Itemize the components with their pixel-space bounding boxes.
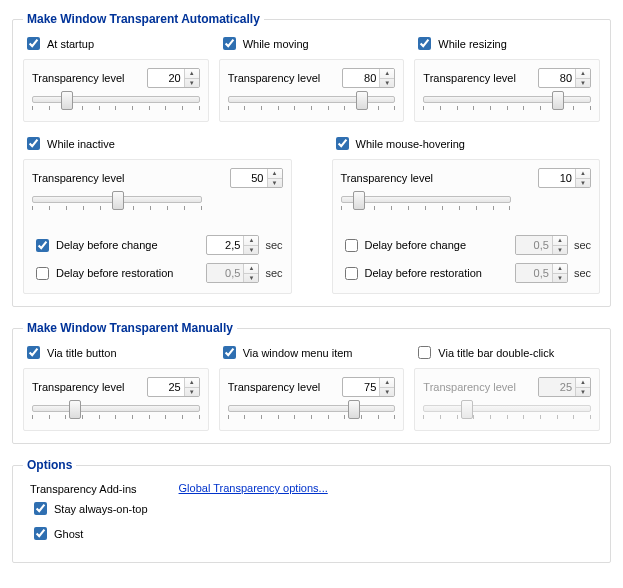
spinner-inactive-delay-change-input[interactable] xyxy=(207,236,243,254)
spin-down-icon[interactable]: ▼ xyxy=(244,246,258,255)
spinner-hover-delay-change[interactable]: ▲▼ xyxy=(515,235,568,255)
spin-down-icon[interactable]: ▼ xyxy=(268,179,282,188)
slider-titlebtn[interactable] xyxy=(32,403,200,420)
chk-via-title-button[interactable]: Via title button xyxy=(23,343,209,362)
chk-at-startup-box[interactable] xyxy=(27,37,40,50)
spin-up-icon[interactable]: ▲ xyxy=(244,236,258,246)
spinner-inactive-delay-change[interactable]: ▲▼ xyxy=(206,235,259,255)
spin-up-icon[interactable]: ▲ xyxy=(576,69,590,79)
slider-menuitem[interactable] xyxy=(228,403,396,420)
chk-inactive-delay-restore-box[interactable] xyxy=(36,267,49,280)
chk-while-hovering-box[interactable] xyxy=(336,137,349,150)
spinner-titlebtn[interactable]: ▲▼ xyxy=(147,377,200,397)
chk-via-double-click-box[interactable] xyxy=(418,346,431,359)
tl-label-dblclick: Transparency level xyxy=(423,381,516,393)
chk-while-moving[interactable]: While moving xyxy=(219,34,405,53)
spin-down-icon[interactable]: ▼ xyxy=(380,388,394,397)
spinner-inactive-input[interactable] xyxy=(231,169,267,187)
chk-inactive-delay-restore[interactable]: Delay before restoration xyxy=(32,264,200,283)
spinner-inactive-delay-restore-input[interactable] xyxy=(207,264,243,282)
spin-down-icon[interactable]: ▼ xyxy=(576,79,590,88)
chk-hover-delay-restore[interactable]: Delay before restoration xyxy=(341,264,509,283)
slider-thumb[interactable] xyxy=(348,400,360,419)
slider-thumb[interactable] xyxy=(61,91,73,110)
spinner-hover-input[interactable] xyxy=(539,169,575,187)
spin-down-icon[interactable]: ▼ xyxy=(576,179,590,188)
tl-label-hover: Transparency level xyxy=(341,172,434,184)
tl-label-inactive: Transparency level xyxy=(32,172,125,184)
spin-up-icon[interactable]: ▲ xyxy=(244,264,258,274)
addins-title: Transparency Add-ins xyxy=(30,483,148,495)
chk-while-moving-box[interactable] xyxy=(223,37,236,50)
spinner-inactive-delay-restore[interactable]: ▲▼ xyxy=(206,263,259,283)
slider-moving[interactable] xyxy=(228,94,396,111)
chk-while-resizing-box[interactable] xyxy=(418,37,431,50)
slider-hover[interactable] xyxy=(341,194,511,211)
chk-via-menu-item-box[interactable] xyxy=(223,346,236,359)
slider-thumb[interactable] xyxy=(356,91,368,110)
chk-while-inactive[interactable]: While inactive xyxy=(23,134,292,153)
spinner-inactive[interactable]: ▲▼ xyxy=(230,168,283,188)
slider-thumb[interactable] xyxy=(69,400,81,419)
chk-while-resizing[interactable]: While resizing xyxy=(414,34,600,53)
slider-thumb[interactable] xyxy=(112,191,124,210)
chk-at-startup[interactable]: At startup xyxy=(23,34,209,53)
spin-up-icon[interactable]: ▲ xyxy=(268,169,282,179)
chk-while-inactive-box[interactable] xyxy=(27,137,40,150)
spinner-hover-delay-restore-input[interactable] xyxy=(516,264,552,282)
spinner-startup[interactable]: ▲▼ xyxy=(147,68,200,88)
slider-startup[interactable] xyxy=(32,94,200,111)
chk-hover-delay-change[interactable]: Delay before change xyxy=(341,236,509,255)
spinner-menuitem-input[interactable] xyxy=(343,378,379,396)
chk-inactive-delay-change-box[interactable] xyxy=(36,239,49,252)
spinner-titlebtn-input[interactable] xyxy=(148,378,184,396)
spinner-startup-input[interactable] xyxy=(148,69,184,87)
unit-sec: sec xyxy=(574,239,591,251)
slider-inactive[interactable] xyxy=(32,194,202,211)
spin-up-icon: ▲ xyxy=(576,378,590,388)
slider-thumb[interactable] xyxy=(353,191,365,210)
spin-up-icon[interactable]: ▲ xyxy=(576,169,590,179)
spinner-resizing[interactable]: ▲▼ xyxy=(538,68,591,88)
chk-stay-on-top-box[interactable] xyxy=(34,502,47,515)
spin-down-icon[interactable]: ▼ xyxy=(185,79,199,88)
chk-ghost-box[interactable] xyxy=(34,527,47,540)
spin-down-icon[interactable]: ▼ xyxy=(553,246,567,255)
spin-down-icon: ▼ xyxy=(576,388,590,397)
spin-up-icon[interactable]: ▲ xyxy=(185,378,199,388)
spinner-hover[interactable]: ▲▼ xyxy=(538,168,591,188)
chk-stay-on-top[interactable]: Stay always-on-top xyxy=(30,499,148,518)
chk-hover-delay-restore-box[interactable] xyxy=(345,267,358,280)
slider-resizing[interactable] xyxy=(423,94,591,111)
spin-down-icon[interactable]: ▼ xyxy=(553,274,567,283)
link-global-transparency[interactable]: Global Transparency options... xyxy=(179,482,328,494)
spinner-moving-input[interactable] xyxy=(343,69,379,87)
spinner-hover-delay-change-input[interactable] xyxy=(516,236,552,254)
chk-via-double-click[interactable]: Via title bar double-click xyxy=(414,343,600,362)
chk-while-hovering[interactable]: While mouse-hovering xyxy=(332,134,601,153)
chk-hover-delay-restore-label: Delay before restoration xyxy=(365,267,482,279)
spin-up-icon[interactable]: ▲ xyxy=(185,69,199,79)
chk-inactive-delay-change[interactable]: Delay before change xyxy=(32,236,200,255)
chk-via-menu-item[interactable]: Via window menu item xyxy=(219,343,405,362)
spin-down-icon[interactable]: ▼ xyxy=(185,388,199,397)
spin-down-icon[interactable]: ▼ xyxy=(380,79,394,88)
tl-label-moving: Transparency level xyxy=(228,72,321,84)
chk-hover-delay-change-box[interactable] xyxy=(345,239,358,252)
chk-ghost[interactable]: Ghost xyxy=(30,524,148,543)
group-auto: Make Window Transparent Automatically At… xyxy=(12,12,611,307)
spinner-menuitem[interactable]: ▲▼ xyxy=(342,377,395,397)
tl-label-resizing: Transparency level xyxy=(423,72,516,84)
spinner-moving[interactable]: ▲▼ xyxy=(342,68,395,88)
slider-thumb[interactable] xyxy=(552,91,564,110)
spinner-hover-delay-restore[interactable]: ▲▼ xyxy=(515,263,568,283)
spin-up-icon[interactable]: ▲ xyxy=(553,236,567,246)
spin-up-icon[interactable]: ▲ xyxy=(380,69,394,79)
spinner-resizing-input[interactable] xyxy=(539,69,575,87)
spin-up-icon[interactable]: ▲ xyxy=(553,264,567,274)
group-manual: Make Window Transparent Manually Via tit… xyxy=(12,321,611,444)
spin-down-icon[interactable]: ▼ xyxy=(244,274,258,283)
spin-up-icon[interactable]: ▲ xyxy=(380,378,394,388)
tl-label-titlebtn: Transparency level xyxy=(32,381,125,393)
chk-via-title-button-box[interactable] xyxy=(27,346,40,359)
